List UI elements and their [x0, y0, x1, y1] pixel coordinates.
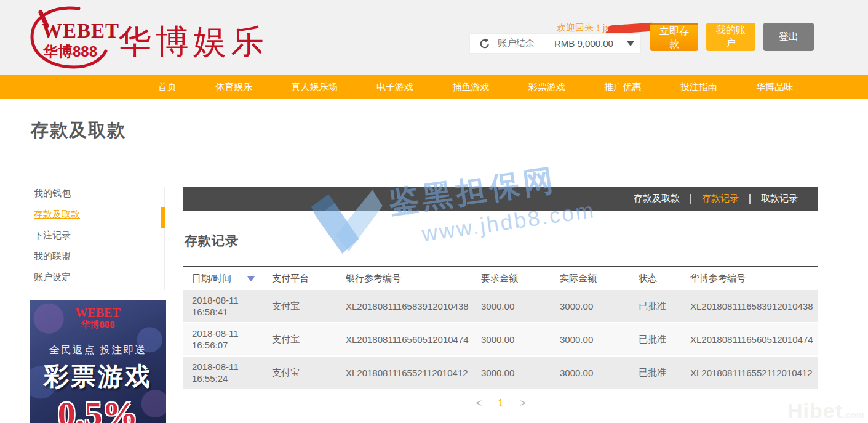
sidebar-item-my-wallet[interactable]: 我的钱包 — [34, 188, 80, 201]
table-row: 2018-08-1116:55:24 支付宝 XL201808111655211… — [183, 356, 818, 389]
sidebar-divider — [164, 187, 165, 290]
sidebar-item-bet-records[interactable]: 下注记录 — [34, 230, 80, 243]
logout-button[interactable]: 登出 — [763, 23, 814, 51]
banner-brand-text: WEBET — [30, 306, 166, 320]
nav-item-slots[interactable]: 电子游戏 — [376, 81, 413, 93]
main-nav: 首页 体育娱乐 真人娱乐场 电子游戏 捕鱼游戏 彩票游戏 推广优惠 投注指南 华… — [0, 75, 868, 99]
site-logo[interactable]: WEBET 华博888 华博娱乐 — [26, 4, 284, 71]
sidebar-item-account-settings[interactable]: 账户设定 — [34, 272, 80, 284]
cell-actual-amount: 3000.00 — [551, 323, 630, 356]
site-name-text: 华博娱乐 — [118, 20, 268, 65]
nav-item-betting-guide[interactable]: 投注指南 — [680, 81, 717, 93]
cell-site-ref: XL2018081116560512010474 — [682, 323, 818, 356]
pagination: < 1 > — [183, 398, 818, 409]
site-header: WEBET 华博888 华博娱乐 欢迎回来！jx 账户结余 RMB 9,000.… — [0, 0, 868, 75]
column-header-bank-ref: 银行参考编号 — [337, 267, 472, 291]
pagination-next[interactable]: > — [520, 398, 525, 408]
cell-datetime: 2018-08-1116:55:24 — [183, 356, 263, 389]
cell-bank-ref: XL2018081116583912010438 — [337, 290, 472, 323]
sidebar-item-deposit-withdraw[interactable]: 存款及取款 — [34, 209, 80, 222]
pagination-current-page[interactable]: 1 — [498, 398, 504, 408]
column-header-platform: 支付平台 — [263, 267, 337, 291]
refresh-icon[interactable] — [479, 38, 490, 49]
tab-deposit-records[interactable]: 存款记录 — [691, 193, 749, 204]
cell-bank-ref: XL2018081116552112010412 — [337, 356, 472, 389]
records-tab-bar: 存款及取款 存款记录 取款记录 — [183, 187, 818, 211]
sort-desc-icon[interactable] — [247, 276, 255, 281]
table-row: 2018-08-1116:58:41 支付宝 XL201808111658391… — [183, 290, 818, 323]
table-row: 2018-08-1116:56:07 支付宝 XL201808111656051… — [183, 323, 818, 356]
nav-item-brand[interactable]: 华博品味 — [756, 81, 793, 93]
nav-item-lottery[interactable]: 彩票游戏 — [528, 81, 565, 93]
promo-banner[interactable]: WEBET 华博888 全民返点 投注即送 彩票游戏 0.5% — [30, 300, 166, 423]
banner-tagline: 全民返点 投注即送 — [30, 343, 166, 357]
banner-title: 彩票游戏 — [30, 360, 166, 393]
nav-item-sports[interactable]: 体育娱乐 — [215, 81, 252, 93]
cell-site-ref: XL2018081116552112010412 — [682, 356, 818, 389]
cell-site-ref: XL2018081116583912010438 — [682, 290, 818, 323]
hibet-watermark-suffix: .com — [843, 409, 864, 420]
section-title: 存款记录 — [185, 232, 818, 249]
nav-item-home[interactable]: 首页 — [158, 81, 177, 93]
main-panel: 存款及取款 存款记录 取款记录 存款记录 日期/时间 支付平台 银行参考编号 要… — [183, 187, 818, 409]
logo-mark: WEBET 华博888 — [26, 4, 118, 70]
cell-platform: 支付宝 — [263, 356, 337, 389]
deposit-now-button[interactable]: 立即存款 — [650, 23, 698, 51]
cell-status: 已批准 — [630, 290, 682, 323]
cell-actual-amount: 3000.00 — [551, 356, 630, 389]
banner-logo: WEBET 华博888 — [30, 306, 166, 338]
cell-request-amount: 3000.00 — [472, 290, 551, 323]
cell-platform: 支付宝 — [263, 323, 337, 356]
nav-item-fishing[interactable]: 捕鱼游戏 — [452, 81, 489, 93]
nav-item-promotions[interactable]: 推广优惠 — [604, 81, 641, 93]
column-header-actual-amount: 实际金额 — [551, 267, 630, 291]
page-title: 存款及取款 — [31, 118, 126, 143]
cell-request-amount: 3000.00 — [472, 356, 551, 389]
account-sidebar: 我的钱包 存款及取款 下注记录 我的联盟 账户设定 — [34, 188, 80, 292]
title-divider — [31, 164, 821, 164]
balance-widget[interactable]: 账户结余 RMB 9,000.00 — [469, 33, 641, 54]
logo-brand-sub-text: 华博888 — [43, 42, 97, 62]
cell-datetime: 2018-08-1116:58:41 — [183, 290, 263, 323]
cell-bank-ref: XL2018081116560512010474 — [337, 323, 472, 356]
header-buttons: 立即存款 我的账户 登出 — [650, 23, 814, 51]
banner-brand-sub-text: 华博888 — [30, 319, 166, 331]
balance-value: RMB 9,000.00 — [554, 38, 613, 49]
cell-datetime: 2018-08-1116:56:07 — [183, 323, 263, 356]
redaction-scribble — [607, 22, 656, 33]
cell-status: 已批准 — [630, 323, 682, 356]
column-header-status: 状态 — [630, 267, 682, 291]
cell-actual-amount: 3000.00 — [551, 290, 630, 323]
logo-brand-text: WEBET — [42, 20, 119, 42]
nav-item-live-casino[interactable]: 真人娱乐场 — [292, 81, 338, 93]
column-header-request-amount: 要求金额 — [472, 267, 551, 291]
tab-withdraw-records[interactable]: 取款记录 — [751, 193, 808, 204]
my-account-button[interactable]: 我的账户 — [706, 23, 755, 51]
sidebar-active-marker — [161, 207, 165, 228]
balance-label: 账户结余 — [498, 38, 535, 49]
cell-status: 已批准 — [630, 356, 682, 389]
cell-platform: 支付宝 — [263, 290, 337, 323]
sidebar-item-my-affiliate[interactable]: 我的联盟 — [34, 251, 80, 264]
balance-dropdown-arrow-icon[interactable] — [627, 41, 634, 46]
column-header-site-ref: 华博参考编号 — [682, 267, 818, 291]
cell-request-amount: 3000.00 — [472, 323, 551, 356]
column-header-datetime[interactable]: 日期/时间 — [183, 267, 263, 291]
table-header-row: 日期/时间 支付平台 银行参考编号 要求金额 实际金额 状态 华博参考编号 — [183, 267, 818, 291]
deposit-records-table: 日期/时间 支付平台 银行参考编号 要求金额 实际金额 状态 华博参考编号 20… — [183, 266, 818, 390]
banner-rate: 0.5% — [30, 393, 166, 423]
tab-deposit-withdraw[interactable]: 存款及取款 — [623, 193, 690, 204]
pagination-prev[interactable]: < — [476, 398, 482, 408]
